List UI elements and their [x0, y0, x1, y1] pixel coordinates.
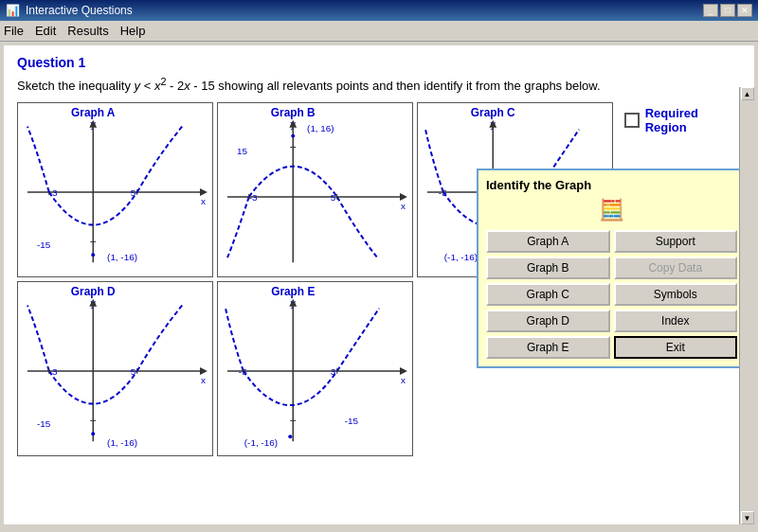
svg-text:-15: -15 [37, 240, 51, 251]
svg-text:(1, -16): (1, -16) [107, 253, 137, 263]
svg-text:(1, 16): (1, 16) [307, 123, 334, 133]
graph-a-button[interactable]: Graph A [486, 230, 610, 253]
svg-point-29 [291, 134, 295, 138]
svg-marker-20 [400, 193, 407, 201]
graph-c-button[interactable]: Graph C [486, 283, 610, 306]
svg-marker-5 [200, 188, 208, 196]
svg-marker-50 [200, 367, 208, 375]
graph-a-svg: Graph A y x -3 5 -15 (1, -16) [18, 103, 212, 276]
menu-file[interactable]: File [4, 24, 24, 38]
svg-marker-65 [400, 367, 407, 375]
graph-b-svg: Graph B y x -3 5 15 (1, 16) [218, 103, 412, 276]
svg-text:x: x [201, 196, 206, 206]
menu-help[interactable]: Help [120, 24, 146, 38]
graph-e-box: Graph E y x -5 3 -15 (-1, -16) [217, 281, 413, 456]
svg-text:(1, -16): (1, -16) [107, 437, 137, 448]
svg-text:-15: -15 [345, 417, 359, 427]
svg-text:x: x [401, 375, 406, 385]
title-bar: 📊 Interactive Questions _ □ ✕ [0, 0, 758, 21]
graph-e-button[interactable]: Graph E [486, 336, 610, 359]
index-button[interactable]: Index [614, 310, 738, 332]
support-button[interactable]: Support [614, 230, 738, 253]
svg-text:15: 15 [237, 147, 247, 157]
svg-point-59 [91, 433, 95, 436]
menu-bar: File Edit Results Help [0, 21, 758, 42]
svg-text:x: x [401, 201, 406, 211]
required-region: Required Region [624, 106, 741, 134]
maximize-button[interactable]: □ [720, 4, 735, 17]
graph-a-box: Graph A y x -3 5 -15 (1, -16) [17, 102, 213, 277]
identify-panel-title: Identify the Graph [486, 178, 737, 192]
svg-point-74 [288, 435, 292, 439]
copy-data-button[interactable]: Copy Data [614, 257, 738, 279]
graph-d-box: Graph D y x -3 5 -15 (1, -16) [17, 281, 213, 456]
identify-panel: Identify the Graph 🧮 Graph A Support Gra… [477, 168, 747, 368]
graph-b-button[interactable]: Graph B [486, 257, 610, 279]
main-content: Question 1 Sketch the inequality y < x2 … [4, 45, 754, 524]
title-bar-text: 📊 Interactive Questions [6, 4, 133, 17]
calculator-area: 🧮 [486, 198, 737, 222]
minimize-button[interactable]: _ [703, 4, 718, 17]
close-button[interactable]: ✕ [737, 4, 752, 17]
app-title: Interactive Questions [26, 4, 133, 17]
calculator-icon: 🧮 [599, 198, 624, 222]
svg-text:(-1, -16): (-1, -16) [444, 253, 478, 263]
required-region-label: Required Region [645, 106, 741, 134]
svg-text:x: x [201, 375, 206, 385]
title-bar-controls[interactable]: _ □ ✕ [703, 4, 752, 17]
exit-button[interactable]: Exit [614, 336, 738, 359]
svg-point-14 [91, 254, 95, 257]
identify-button-grid: Graph A Support Graph B Copy Data Graph … [486, 230, 737, 359]
question-text: Sketch the inequality y < x2 - 2x - 15 s… [17, 76, 741, 93]
question-number: Question 1 [17, 55, 741, 70]
svg-text:-15: -15 [37, 419, 51, 430]
required-region-box [624, 113, 640, 128]
scroll-down-button[interactable]: ▼ [741, 511, 754, 524]
graph-e-svg: Graph E y x -5 3 -15 (-1, -16) [218, 282, 412, 455]
menu-results[interactable]: Results [67, 24, 108, 38]
scroll-up-button[interactable]: ▲ [741, 87, 754, 100]
app-icon: 📊 [6, 4, 20, 17]
menu-edit[interactable]: Edit [35, 24, 56, 38]
graph-d-svg: Graph D y x -3 5 -15 (1, -16) [18, 282, 212, 455]
graph-d-button[interactable]: Graph D [486, 310, 610, 332]
symbols-button[interactable]: Symbols [614, 283, 738, 306]
scrollbar[interactable]: ▲ ▼ [739, 87, 754, 524]
graph-b-box: Graph B y x -3 5 15 (1, 16) [217, 102, 413, 277]
svg-text:(-1, -16): (-1, -16) [244, 437, 278, 448]
